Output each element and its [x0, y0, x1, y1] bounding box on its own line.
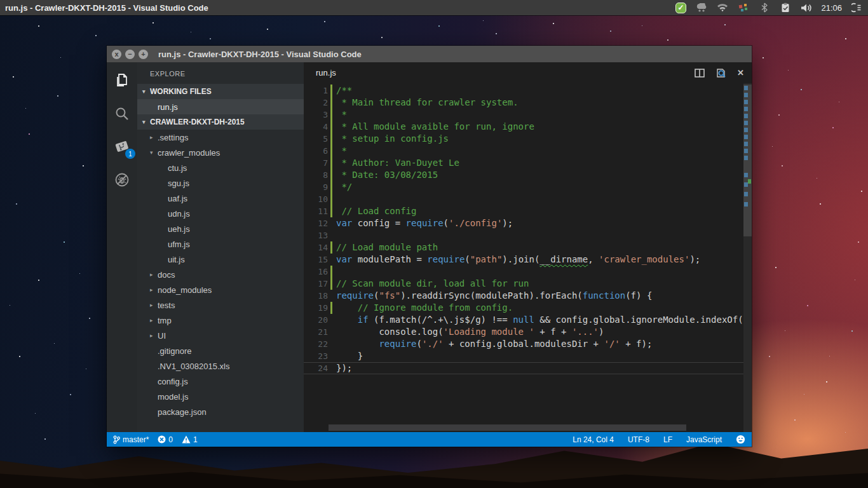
- tree-item-tmp[interactable]: ▸tmp: [137, 313, 304, 328]
- updater-check-icon[interactable]: ✓: [674, 1, 687, 14]
- overview-change-mark: [744, 135, 748, 139]
- clipboard-icon[interactable]: [779, 1, 792, 14]
- branch-indicator[interactable]: master*: [113, 435, 149, 444]
- git-changes-badge: 1: [125, 149, 135, 159]
- cloud-weather-icon[interactable]: [695, 1, 708, 14]
- code-line-7[interactable]: 7 * Author: Van-Duyet Le: [304, 157, 752, 169]
- root-folder-header[interactable]: ▾ CRAWLER-DKXT-DH-2015: [137, 114, 304, 130]
- tree-item-uit.js[interactable]: uit.js: [137, 252, 304, 267]
- code-line-2[interactable]: 2 * Main thread for crawler system.: [304, 97, 752, 109]
- vscode-window: x − + run.js - Crawler-DKXT-DH-2015 - Vi…: [107, 46, 752, 447]
- horizontal-scrollbar[interactable]: [329, 424, 686, 431]
- code-line-9[interactable]: 9 */: [304, 181, 752, 193]
- desktop: run.js - Crawler-DKXT-DH-2015 - Visual S…: [0, 0, 868, 488]
- system-tray: ✓ 21:06: [674, 1, 863, 14]
- code-line-13[interactable]: 13: [304, 229, 752, 241]
- tree-item-model.js[interactable]: model.js: [137, 389, 304, 404]
- open-preview-icon[interactable]: [715, 68, 726, 78]
- code-line-19[interactable]: 19 // Ignore module from config.: [304, 302, 752, 314]
- activity-bar: 1: [107, 62, 137, 432]
- tree-item-ctu.js[interactable]: ctu.js: [137, 160, 304, 175]
- maximize-button[interactable]: +: [139, 50, 148, 59]
- editor-tab-label[interactable]: run.js: [316, 68, 336, 78]
- diff-added-indicator: [330, 145, 332, 157]
- split-editor-icon[interactable]: [695, 69, 705, 78]
- code-line-10[interactable]: 10: [304, 193, 752, 205]
- tree-item-udn.js[interactable]: udn.js: [137, 206, 304, 221]
- overview-ruler[interactable]: [743, 83, 752, 432]
- chevron-down-icon: ▾: [142, 119, 150, 125]
- code-line-17[interactable]: 17// Scan module dir, load all for run: [304, 278, 752, 290]
- overview-green-mark: [748, 179, 751, 184]
- bluetooth-icon[interactable]: [758, 1, 771, 14]
- code-line-21[interactable]: 21 console.log('Loading module ' + f + '…: [304, 326, 752, 338]
- file-tree: ▸.settings▾crawler_modulesctu.jssgu.jsua…: [137, 130, 304, 419]
- code-line-16[interactable]: 16: [304, 266, 752, 278]
- chevron-right-icon: ▸: [150, 302, 158, 308]
- code-line-12[interactable]: 12var config = require('./config');: [304, 217, 752, 229]
- cursor-position[interactable]: Ln 24, Col 4: [573, 435, 614, 444]
- tree-item-ueh.js[interactable]: ueh.js: [137, 221, 304, 236]
- sidebar-title: EXPLORE: [137, 62, 304, 84]
- tree-item-UI[interactable]: ▸UI: [137, 328, 304, 343]
- sidebar-explorer: EXPLORE ▾ WORKING FILES run.js ▾ CRAWLER…: [137, 62, 304, 432]
- error-count[interactable]: 0: [158, 435, 173, 444]
- code-line-8[interactable]: 8 * Date: 03/08/2015: [304, 169, 752, 181]
- editor-header: run.js ✕: [304, 62, 752, 83]
- activity-search-icon[interactable]: [112, 104, 132, 123]
- tree-item-uaf.js[interactable]: uaf.js: [137, 191, 304, 206]
- close-button[interactable]: x: [112, 50, 121, 59]
- wifi-icon[interactable]: [716, 1, 729, 14]
- code-line-23[interactable]: 23 }: [304, 350, 752, 362]
- tree-item-.NV1_03082015.xls[interactable]: .NV1_03082015.xls: [137, 358, 304, 374]
- overview-change-mark: [744, 156, 748, 160]
- window-titlebar[interactable]: x − + run.js - Crawler-DKXT-DH-2015 - Vi…: [107, 46, 752, 62]
- network-hub-icon[interactable]: [737, 1, 750, 14]
- activity-debug-icon[interactable]: [112, 170, 132, 189]
- feedback-smiley-icon[interactable]: [736, 435, 745, 444]
- session-power-icon[interactable]: [850, 1, 863, 14]
- activity-git-icon[interactable]: 1: [112, 137, 132, 156]
- diff-added-indicator: [330, 278, 332, 290]
- code-line-22[interactable]: 22 require('./' + config.global.modulesD…: [304, 338, 752, 350]
- volume-icon[interactable]: [800, 1, 813, 14]
- eol-indicator[interactable]: LF: [663, 435, 672, 444]
- diff-added-indicator: [330, 109, 332, 121]
- code-line-20[interactable]: 20 if (f.match(/^.+\.js$/g) !== null && …: [304, 314, 752, 326]
- tree-item-node_modules[interactable]: ▸node_modules: [137, 282, 304, 297]
- tree-item-tests[interactable]: ▸tests: [137, 297, 304, 313]
- tree-item-.settings[interactable]: ▸.settings: [137, 130, 304, 145]
- code-line-6[interactable]: 6 *: [304, 145, 752, 157]
- code-line-3[interactable]: 3 *: [304, 109, 752, 121]
- chevron-down-icon: ▾: [142, 88, 150, 95]
- encoding-indicator[interactable]: UTF-8: [628, 435, 649, 444]
- code-line-4[interactable]: 4 * All module avaible for run, ignore: [304, 121, 752, 133]
- code-line-5[interactable]: 5 * setup in config.js: [304, 133, 752, 145]
- overview-change-mark: [744, 142, 748, 146]
- tree-item-.gitignore[interactable]: .gitignore: [137, 343, 304, 358]
- activity-explorer-icon[interactable]: [112, 71, 132, 90]
- code-editor[interactable]: 1/**2 * Main thread for crawler system.3…: [304, 83, 752, 432]
- minimize-button[interactable]: −: [125, 50, 135, 59]
- tree-item-package.json[interactable]: package.json: [137, 404, 304, 419]
- diff-added-indicator: [330, 181, 332, 193]
- window-title: run.js - Crawler-DKXT-DH-2015 - Visual S…: [158, 50, 362, 59]
- code-line-15[interactable]: 15var modulePath = require("path").join(…: [304, 254, 752, 266]
- working-files-header[interactable]: ▾ WORKING FILES: [137, 84, 304, 99]
- working-file-run.js[interactable]: run.js: [137, 99, 304, 114]
- code-line-18[interactable]: 18require("fs").readdirSync(modulePath).…: [304, 290, 752, 302]
- close-editor-icon[interactable]: ✕: [737, 68, 744, 78]
- code-line-14[interactable]: 14// Load module path: [304, 241, 752, 254]
- overview-change-mark: [744, 202, 748, 207]
- clock[interactable]: 21:06: [821, 3, 842, 13]
- tree-item-config.js[interactable]: config.js: [137, 374, 304, 389]
- language-indicator[interactable]: JavaScript: [686, 435, 722, 444]
- code-line-1[interactable]: 1/**: [304, 85, 752, 97]
- warning-count[interactable]: 1: [182, 435, 198, 444]
- tree-item-ufm.js[interactable]: ufm.js: [137, 236, 304, 252]
- code-line-11[interactable]: 11 // Load config: [304, 205, 752, 217]
- tree-item-docs[interactable]: ▸docs: [137, 267, 304, 282]
- tree-item-crawler_modules[interactable]: ▾crawler_modules: [137, 145, 304, 160]
- code-line-24[interactable]: 24});: [304, 362, 752, 374]
- tree-item-sgu.js[interactable]: sgu.js: [137, 175, 304, 191]
